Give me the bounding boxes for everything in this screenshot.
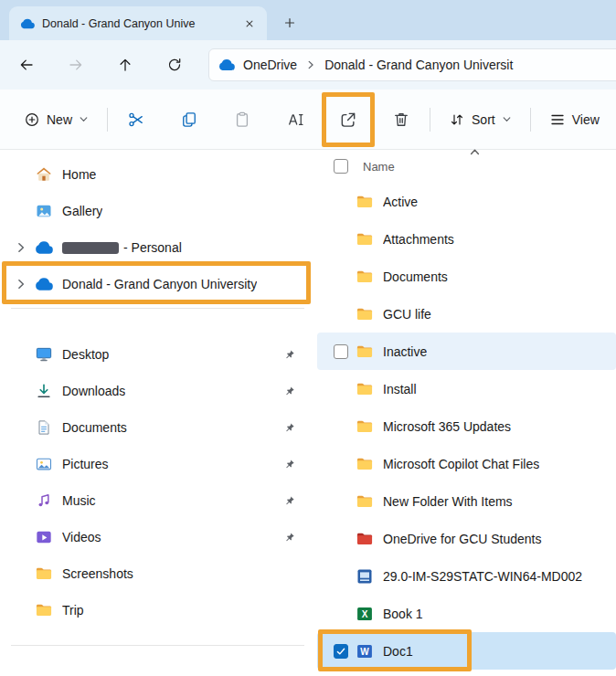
folder-icon	[356, 417, 374, 436]
explorer-tab[interactable]: Donald - Grand Canyon Unive	[9, 6, 267, 40]
view-button[interactable]: View	[540, 103, 609, 136]
documents-icon	[35, 418, 53, 437]
file-row-copilot-chat-files[interactable]: Microsoft Copilot Chat Files	[317, 445, 616, 482]
sidebar-item-music[interactable]: Music	[0, 482, 315, 519]
sort-ascending-caret-icon[interactable]	[469, 146, 481, 158]
sidebar-item-label: - Personal	[123, 240, 182, 255]
file-row-gcu-life[interactable]: GCU life	[317, 295, 616, 333]
folder-icon	[356, 455, 374, 473]
tab-close-button[interactable]	[239, 14, 260, 34]
file-row-new-folder-with-items[interactable]: New Folder With Items	[317, 482, 616, 520]
sidebar-item-donald-gcu[interactable]: Donald - Grand Canyon University	[0, 266, 315, 302]
view-button-label: View	[572, 112, 600, 127]
onedrive-cloud-icon	[35, 238, 53, 257]
downloads-icon	[35, 382, 53, 400]
file-name: New Folder With Items	[383, 494, 513, 509]
folder-icon	[356, 492, 374, 511]
music-icon	[35, 491, 53, 510]
close-icon	[245, 19, 254, 28]
name-column-header[interactable]: Name	[363, 160, 395, 174]
sidebar-item-label: Pictures	[62, 457, 109, 471]
sidebar-item-label: Trip	[62, 603, 84, 618]
red-folder-icon	[356, 530, 374, 548]
sidebar-item-label: Videos	[62, 530, 101, 544]
select-all-checkbox[interactable]	[334, 159, 348, 174]
file-row-install[interactable]: Install	[317, 370, 616, 407]
separator	[11, 645, 304, 646]
chevron-down-icon	[502, 114, 512, 124]
refresh-button[interactable]	[163, 53, 186, 77]
file-name: 29.0-IM-S29STATC-WIN64-MD002	[383, 569, 582, 584]
file-row-attachments[interactable]: Attachments	[317, 220, 616, 258]
view-icon	[549, 111, 566, 128]
separator	[430, 108, 430, 132]
sidebar-item-onedrive-personal[interactable]: - Personal	[0, 229, 315, 266]
refresh-icon	[166, 57, 183, 73]
sort-button[interactable]: Sort	[440, 103, 521, 136]
new-button[interactable]: New	[15, 103, 98, 136]
navigation-pane: Home Gallery - Personal Donald - Grand C…	[0, 150, 315, 676]
tab-title: Donald - Grand Canyon Unive	[42, 17, 232, 30]
file-row-book1[interactable]: Book 1	[317, 595, 616, 632]
command-bar: New Sort View	[0, 90, 616, 150]
address-bar[interactable]: OneDrive Donald - Grand Canyon Universit	[208, 48, 616, 81]
circle-plus-icon	[24, 111, 40, 128]
file-row-inactive[interactable]: Inactive	[317, 333, 616, 370]
sidebar-item-label: Donald - Grand Canyon University	[62, 277, 257, 291]
copy-icon	[180, 111, 198, 129]
sidebar-item-home[interactable]: Home	[0, 156, 315, 193]
folder-icon	[356, 305, 374, 323]
breadcrumb-current[interactable]: Donald - Grand Canyon Universit	[324, 58, 513, 72]
navigation-bar: OneDrive Donald - Grand Canyon Universit	[0, 40, 616, 90]
rename-icon	[286, 111, 304, 129]
file-row-ms365-updates[interactable]: Microsoft 365 Updates	[317, 407, 616, 445]
chevron-right-icon	[15, 278, 27, 290]
sidebar-item-gallery[interactable]: Gallery	[0, 193, 315, 229]
pin-icon	[283, 532, 295, 544]
forward-button[interactable]	[64, 53, 88, 77]
app-icon	[356, 567, 374, 586]
back-button[interactable]	[15, 53, 38, 77]
sidebar-item-label: Desktop	[62, 347, 109, 362]
sidebar-item-trip[interactable]: Trip	[0, 592, 315, 628]
share-icon	[339, 111, 357, 129]
paste-button[interactable]	[223, 100, 261, 139]
row-checkbox[interactable]	[334, 344, 348, 359]
videos-icon	[35, 528, 53, 546]
chevron-right-icon	[15, 241, 27, 254]
sidebar-item-desktop[interactable]: Desktop	[0, 336, 315, 373]
folder-icon	[356, 380, 374, 398]
home-icon	[35, 165, 53, 184]
forward-arrow-icon	[68, 57, 84, 73]
separator	[530, 108, 531, 132]
paste-icon	[233, 111, 251, 129]
cut-button[interactable]	[117, 100, 155, 139]
file-row-active[interactable]: Active	[317, 183, 616, 220]
file-row-29-im-installer[interactable]: 29.0-IM-S29STATC-WIN64-MD002	[317, 557, 616, 595]
pin-icon	[283, 349, 295, 361]
file-row-documents[interactable]: Documents	[317, 258, 616, 295]
rename-button[interactable]	[276, 100, 314, 139]
copy-button[interactable]	[170, 100, 208, 139]
file-row-onedrive-gcu-students[interactable]: OneDrive for GCU Students	[317, 520, 616, 557]
chevron-down-icon	[79, 114, 89, 124]
sidebar-item-downloads[interactable]: Downloads	[0, 373, 315, 409]
row-checkbox-checked[interactable]	[334, 644, 348, 659]
separator	[107, 108, 108, 132]
sidebar-item-pictures[interactable]: Pictures	[0, 446, 315, 482]
separator	[11, 308, 304, 309]
sidebar-item-documents[interactable]: Documents	[0, 409, 315, 446]
delete-button[interactable]	[382, 100, 420, 139]
file-row-doc1[interactable]: Doc1	[317, 632, 616, 670]
excel-icon	[356, 605, 374, 623]
sidebar-item-videos[interactable]: Videos	[0, 519, 315, 555]
file-name: Attachments	[383, 232, 454, 247]
share-button[interactable]	[329, 100, 367, 139]
sidebar-item-screenshots[interactable]: Screenshots	[0, 555, 315, 592]
file-name: Documents	[383, 269, 448, 284]
back-arrow-icon	[18, 57, 35, 73]
up-button[interactable]	[113, 53, 137, 77]
new-tab-button[interactable]	[278, 11, 302, 35]
sidebar-item-label: Screenshots	[62, 566, 133, 581]
breadcrumb-onedrive[interactable]: OneDrive	[243, 58, 297, 72]
